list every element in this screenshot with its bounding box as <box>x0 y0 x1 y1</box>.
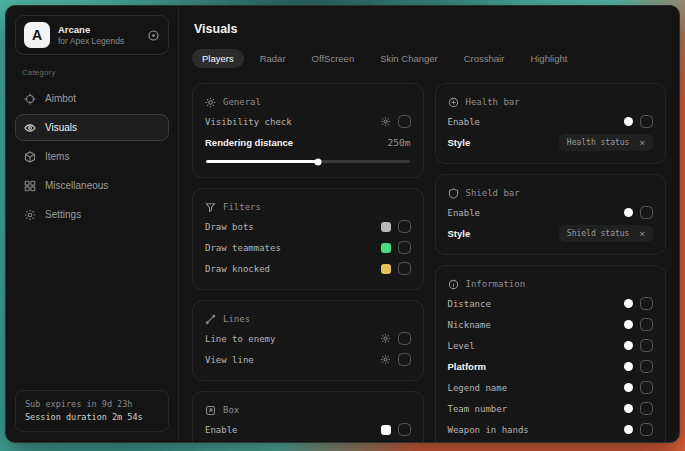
gear-icon <box>24 209 36 221</box>
color-swatch[interactable] <box>624 299 633 308</box>
draw-bots-checkbox[interactable] <box>398 220 411 233</box>
tab-skin-changer[interactable]: Skin Changer <box>370 49 448 68</box>
setting-row-view-line: View line <box>205 349 411 370</box>
shieldbar-enable-checkbox[interactable] <box>640 206 653 219</box>
platform-checkbox[interactable] <box>640 360 653 373</box>
color-swatch[interactable] <box>381 222 391 232</box>
shieldbar-style-select[interactable]: Shield status × <box>559 225 653 242</box>
card-title: Lines <box>223 314 250 324</box>
team-number-checkbox[interactable] <box>640 402 653 415</box>
sidebar-item-aimbot[interactable]: Aimbot <box>15 85 169 112</box>
sidebar-item-miscellaneous[interactable]: Miscellaneous <box>15 172 169 199</box>
color-swatch[interactable] <box>381 425 391 435</box>
rendering-distance-value: 250m <box>388 137 411 148</box>
setting-row-shieldbar-style: Style Shield status × <box>448 223 654 244</box>
main-panel: Visuals Players Radar OffScreen Skin Cha… <box>179 6 679 442</box>
color-swatch[interactable] <box>624 320 633 329</box>
sidebar-item-settings[interactable]: Settings <box>15 201 169 228</box>
sidebar-item-items[interactable]: Items <box>15 143 169 170</box>
target-icon[interactable] <box>147 29 160 42</box>
view-line-checkbox[interactable] <box>398 353 411 366</box>
color-swatch[interactable] <box>624 425 633 434</box>
card-title: General <box>223 97 261 107</box>
card-box: Box Enable Enable background <box>192 391 424 442</box>
color-swatch[interactable] <box>624 341 633 350</box>
setting-row-draw-knocked: Draw knocked <box>205 258 411 279</box>
funnel-icon <box>205 202 216 213</box>
sidebar-item-label: Miscellaneous <box>45 180 108 191</box>
right-column: Health bar Enable Style Health s <box>435 83 667 431</box>
line-icon <box>205 314 216 325</box>
level-checkbox[interactable] <box>640 339 653 352</box>
page-title: Visuals <box>194 22 666 36</box>
tab-bar: Players Radar OffScreen Skin Changer Cro… <box>192 49 666 68</box>
color-swatch[interactable] <box>624 362 633 371</box>
sidebar-item-label: Items <box>45 151 69 162</box>
color-swatch[interactable] <box>624 404 633 413</box>
color-swatch[interactable] <box>381 264 391 274</box>
setting-row-nickname: Nickname <box>448 314 654 335</box>
color-swatch[interactable] <box>624 208 633 217</box>
sun-icon <box>205 97 216 108</box>
sidebar-item-label: Settings <box>45 209 81 220</box>
rendering-distance-slider[interactable] <box>206 157 410 165</box>
gear-icon[interactable] <box>380 333 391 344</box>
remove-icon[interactable]: × <box>639 138 645 148</box>
setting-row-box-enable-background: Enable background <box>205 440 411 442</box>
setting-row-weapon-in-hands: Weapon in hands <box>448 419 654 440</box>
draw-knocked-checkbox[interactable] <box>398 262 411 275</box>
category-label: Category <box>22 68 162 77</box>
card-general: General Visibility check Rendering dista… <box>192 83 424 178</box>
card-title: Shield bar <box>466 188 520 198</box>
tab-radar[interactable]: Radar <box>250 49 296 68</box>
draw-teammates-checkbox[interactable] <box>398 241 411 254</box>
setting-row-healthbar-style: Style Health status × <box>448 132 654 153</box>
tab-highlight[interactable]: Highlight <box>520 49 577 68</box>
nickname-checkbox[interactable] <box>640 318 653 331</box>
weapon-in-hands-checkbox[interactable] <box>640 423 653 436</box>
setting-row-line-to-enemy: Line to enemy <box>205 328 411 349</box>
color-swatch[interactable] <box>624 117 633 126</box>
app-brand: A Arcane for Apex Legends <box>15 15 169 55</box>
sub-expiry: Sub expires in 9d 23h <box>25 398 159 411</box>
crosshair-icon <box>24 93 36 105</box>
tab-crosshair[interactable]: Crosshair <box>454 49 515 68</box>
setting-row-draw-bots: Draw bots <box>205 216 411 237</box>
sidebar: A Arcane for Apex Legends Category Aimbo… <box>6 6 179 442</box>
info-icon <box>448 279 459 290</box>
color-swatch[interactable] <box>624 383 633 392</box>
slider-knob[interactable] <box>314 158 321 165</box>
healthbar-enable-checkbox[interactable] <box>640 115 653 128</box>
tab-players[interactable]: Players <box>192 49 244 68</box>
box-enable-checkbox[interactable] <box>398 423 411 436</box>
line-to-enemy-checkbox[interactable] <box>398 332 411 345</box>
setting-row-visibility-check: Visibility check <box>205 111 411 132</box>
setting-row-draw-teammates: Draw teammates <box>205 237 411 258</box>
card-health-bar: Health bar Enable Style Health s <box>435 83 667 164</box>
color-swatch[interactable] <box>381 243 391 253</box>
remove-icon[interactable]: × <box>639 229 645 239</box>
card-title: Filters <box>223 202 261 212</box>
card-information: Information Distance Nickname Level <box>435 265 667 442</box>
setting-row-healthbar-enable: Enable <box>448 111 654 132</box>
setting-row-rendering-distance: Rendering distance 250m <box>205 132 411 153</box>
box-icon <box>205 405 216 416</box>
left-column: General Visibility check Rendering dista… <box>192 83 424 431</box>
healthbar-style-select[interactable]: Health status × <box>559 134 653 151</box>
setting-row-shieldbar-enable: Enable <box>448 202 654 223</box>
gear-icon[interactable] <box>380 354 391 365</box>
setting-row-box-enable: Enable <box>205 419 411 440</box>
distance-checkbox[interactable] <box>640 297 653 310</box>
sidebar-item-visuals[interactable]: Visuals <box>15 114 169 141</box>
app-window: A Arcane for Apex Legends Category Aimbo… <box>5 5 680 443</box>
visibility-check-checkbox[interactable] <box>398 115 411 128</box>
setting-row-level: Level <box>448 335 654 356</box>
tab-offscreen[interactable]: OffScreen <box>302 49 365 68</box>
sidebar-item-label: Visuals <box>45 122 77 133</box>
card-title: Box <box>223 405 239 415</box>
legend-name-checkbox[interactable] <box>640 381 653 394</box>
app-subtitle: for Apex Legends <box>58 36 124 47</box>
gear-icon[interactable] <box>380 116 391 127</box>
card-title: Health bar <box>466 97 520 107</box>
card-shield-bar: Shield bar Enable Style Shield s <box>435 174 667 255</box>
